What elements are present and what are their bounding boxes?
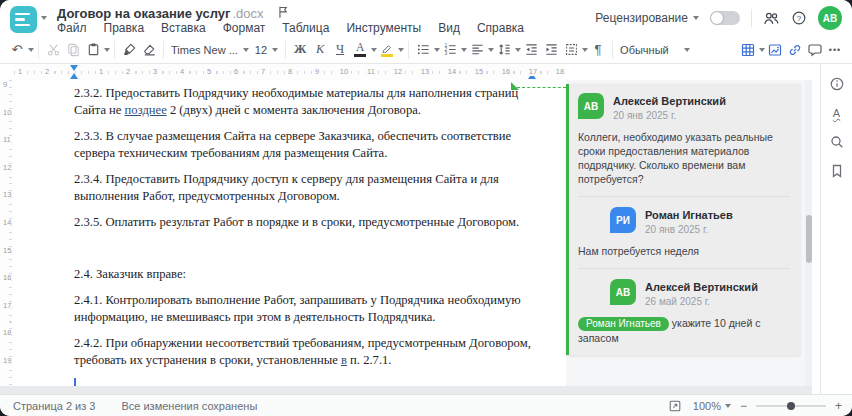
highlight-color-button[interactable]	[377, 39, 397, 61]
reply-author-avatar: АВ	[610, 279, 636, 305]
italic-button[interactable]: К	[310, 39, 330, 61]
decrease-indent-button[interactable]	[521, 39, 541, 61]
ruler-number: 1	[97, 68, 105, 76]
info-icon[interactable]	[828, 75, 846, 93]
ruler-number: 9	[3, 81, 7, 89]
menu-tools[interactable]: Инструменты	[346, 21, 421, 35]
spellcheck-icon[interactable]: А	[828, 104, 846, 122]
vertical-ruler[interactable]: 91011121314151617181920	[0, 80, 14, 386]
clear-style-button[interactable]	[139, 39, 159, 61]
horizontal-ruler[interactable]: 21123456789101112131415161718	[14, 64, 566, 80]
ruler-number: 10	[3, 109, 11, 117]
app-logo-icon[interactable]	[10, 6, 37, 33]
vertical-scrollbar[interactable]	[805, 80, 812, 386]
mention-badge[interactable]: Роман Игнатьев	[578, 317, 669, 331]
zoom-slider[interactable]	[756, 405, 826, 407]
text-cursor	[74, 378, 76, 386]
cut-button[interactable]	[43, 39, 63, 61]
review-toggle[interactable]	[710, 11, 740, 25]
ruler-number: 19	[3, 357, 11, 365]
paragraph-style-dropdown[interactable]: Обычный	[617, 39, 693, 61]
format-painter-button[interactable]	[119, 39, 139, 61]
bookmark-icon[interactable]	[828, 162, 846, 180]
paste-caret-icon[interactable]	[104, 48, 110, 52]
svg-text:3: 3	[444, 51, 447, 56]
ruler-number: 7	[259, 68, 267, 76]
comment-date: 20 янв 2025 г.	[613, 110, 726, 121]
menu-view[interactable]: Вид	[438, 21, 460, 35]
zoom-in-button[interactable]: +	[835, 400, 842, 412]
help-icon[interactable]: ?	[791, 10, 807, 26]
font-color-button[interactable]: А	[350, 39, 370, 61]
paste-button[interactable]	[83, 39, 103, 61]
review-caret-icon	[693, 16, 699, 20]
menu-table[interactable]: Таблица	[282, 21, 329, 35]
paragraph: 2.3.2. Предоставить Подрядчику необходим…	[74, 85, 536, 119]
empty-paragraph	[74, 240, 536, 257]
ruler-number: 15	[473, 68, 485, 76]
tracked-insertion: позднее	[125, 103, 167, 117]
review-mode-dropdown[interactable]: Рецензирование	[595, 11, 699, 25]
zoom-value: 100%	[693, 400, 721, 412]
insert-comment-button[interactable]	[805, 39, 825, 61]
hanging-indent-marker[interactable]	[70, 73, 78, 79]
more-tools-button[interactable]: •••	[825, 39, 845, 61]
first-line-indent-marker[interactable]	[70, 65, 78, 71]
user-avatar[interactable]: АВ	[818, 6, 842, 30]
paragraph-settings-button[interactable]	[561, 39, 581, 61]
ruler-number: 17	[3, 302, 11, 310]
menu-insert[interactable]: Вставка	[161, 21, 206, 35]
increase-indent-button[interactable]	[541, 39, 561, 61]
menu-edit[interactable]: Правка	[104, 21, 145, 35]
flag-icon[interactable]	[276, 5, 290, 22]
right-sidebar: А	[820, 64, 852, 394]
ruler-number: 3	[151, 68, 159, 76]
menu-help[interactable]: Справка	[477, 21, 524, 35]
zoom-dropdown[interactable]: 100%	[693, 400, 731, 412]
document-page[interactable]: 2.3.2. Предоставить Подрядчику необходим…	[14, 80, 566, 386]
paragraph: 2.4.2. При обнаружении несоответствий тр…	[74, 335, 536, 369]
menu-file[interactable]: Файл	[57, 21, 87, 35]
insert-table-button[interactable]	[738, 39, 758, 61]
nonprinting-chars-button[interactable]: ¶	[588, 39, 608, 61]
highlight-caret-icon[interactable]	[398, 48, 404, 52]
ruler-number: 13	[3, 191, 11, 199]
search-icon[interactable]	[828, 133, 846, 151]
comment-text: Коллеги, необходимо указать реальные сро…	[578, 130, 790, 186]
comment-reply: АВ Алексей Вертинский 26 май 2025 г.	[610, 279, 790, 307]
comment-author-avatar: АВ	[578, 93, 604, 119]
bullet-list-button[interactable]	[413, 39, 433, 61]
ruler-number: 14	[3, 219, 11, 227]
undo-button[interactable]: ↶	[7, 39, 27, 61]
document-extension: .docx	[232, 6, 263, 21]
document-text: 2.3.2. Предоставить Подрядчику необходим…	[74, 85, 536, 386]
line-spacing-button[interactable]	[494, 39, 514, 61]
menu-format[interactable]: Формат	[223, 21, 266, 35]
undo-caret-icon[interactable]	[28, 48, 34, 52]
reply-date: 20 янв 2025 г.	[645, 224, 733, 235]
logo-dropdown-caret-icon[interactable]	[41, 16, 47, 20]
copy-button[interactable]	[63, 39, 83, 61]
paragraph: 2.3.5. Оплатить результат Работ в порядк…	[74, 214, 536, 231]
insert-image-button[interactable]	[765, 39, 785, 61]
page-indicator[interactable]: Страница 2 из 3	[13, 400, 95, 412]
document-title: Договор на оказание услуг	[57, 6, 230, 21]
bold-button[interactable]: Ж	[290, 39, 310, 61]
zoom-slider-knob[interactable]	[787, 402, 795, 410]
numbered-list-button[interactable]: 123	[440, 39, 460, 61]
vertical-scrollbar-thumb[interactable]	[806, 215, 812, 263]
zoom-out-button[interactable]: −	[740, 400, 747, 412]
align-button[interactable]	[467, 39, 487, 61]
comment-thread-card[interactable]: АВ Алексей Вертинский 20 янв 2025 г. Кол…	[566, 84, 800, 355]
app-window: Договор на оказание услуг .docx Файл Пра…	[0, 0, 852, 416]
horizontal-scrollbar[interactable]	[0, 386, 812, 394]
insert-link-button[interactable]	[785, 39, 805, 61]
font-size-dropdown[interactable]: 12	[252, 39, 281, 61]
ruler-number: 2	[43, 68, 51, 76]
paragraph: 2.3.3. В случае размещения Сайта на серв…	[74, 128, 536, 162]
collaboration-users-icon[interactable]	[763, 10, 780, 27]
underline-button[interactable]: Ч	[330, 39, 350, 61]
font-name-dropdown[interactable]: Times New ...	[168, 39, 252, 61]
fit-page-button[interactable]	[666, 397, 684, 415]
ruler-number: 4	[178, 68, 186, 76]
